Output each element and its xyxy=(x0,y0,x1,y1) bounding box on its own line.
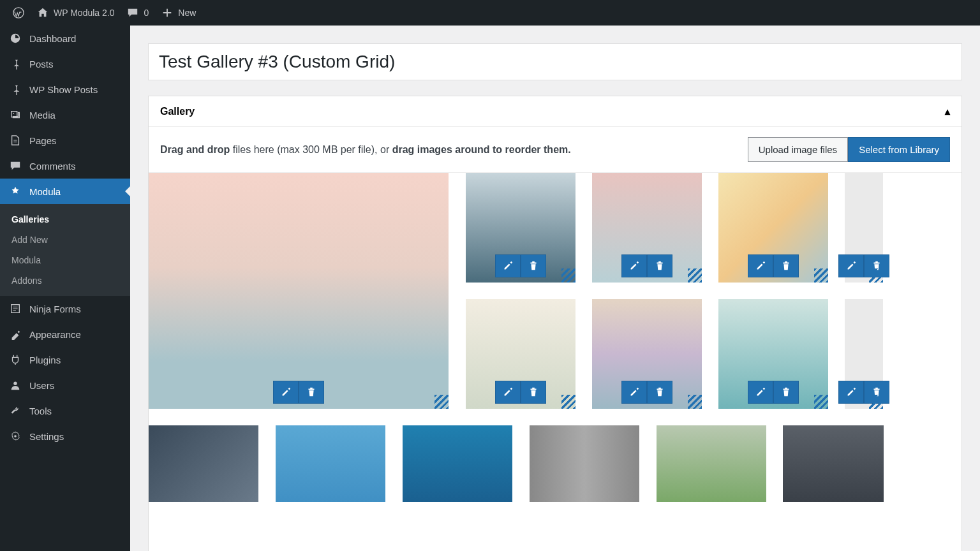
plugin-icon xyxy=(9,353,22,366)
gallery-image[interactable] xyxy=(657,425,766,502)
gallery-image[interactable] xyxy=(149,173,449,409)
edit-image-button[interactable] xyxy=(621,381,647,404)
delete-image-button[interactable] xyxy=(647,381,672,404)
modula-icon xyxy=(9,185,22,198)
sidebar-item-comments[interactable]: Comments xyxy=(0,153,130,179)
sidebar-item-label: Comments xyxy=(29,161,76,172)
edit-image-button[interactable] xyxy=(495,254,521,277)
sidebar-item-ninja-forms[interactable]: Ninja Forms xyxy=(0,296,130,321)
sidebar-item-label: Pages xyxy=(29,135,57,146)
tools-icon xyxy=(9,404,22,417)
gallery-image[interactable] xyxy=(466,173,575,283)
submenu-item-modula-sub[interactable]: Modula xyxy=(0,250,130,270)
user-icon xyxy=(9,379,22,392)
sidebar-item-media[interactable]: Media xyxy=(0,102,130,128)
sidebar-item-wp-show-posts[interactable]: WP Show Posts xyxy=(0,77,130,102)
dashboard-icon xyxy=(9,32,22,45)
sidebar-item-appearance[interactable]: Appearance xyxy=(0,321,130,347)
admin-sidebar: DashboardPostsWP Show PostsMediaPagesCom… xyxy=(0,26,130,551)
new-content[interactable]: New xyxy=(155,7,202,18)
sidebar-item-modula[interactable]: Modula xyxy=(0,179,130,204)
admin-toolbar: WP Modula 2.0 0 New xyxy=(0,0,980,26)
sidebar-item-users[interactable]: Users xyxy=(0,372,130,398)
pin-icon xyxy=(9,57,22,70)
gallery-image[interactable] xyxy=(783,425,884,502)
sidebar-item-posts[interactable]: Posts xyxy=(0,51,130,77)
edit-image-button[interactable] xyxy=(273,381,299,404)
wp-logo[interactable] xyxy=(6,7,31,18)
settings-icon xyxy=(9,430,22,443)
sidebar-item-label: Media xyxy=(29,110,56,121)
resize-handle[interactable] xyxy=(688,268,702,283)
gallery-image[interactable] xyxy=(149,425,258,502)
edit-image-button[interactable] xyxy=(838,254,864,277)
upload-files-button[interactable]: Upload image files xyxy=(748,137,848,162)
svg-point-3 xyxy=(13,382,17,385)
comment-icon xyxy=(9,159,22,172)
edit-image-button[interactable] xyxy=(621,254,647,277)
delete-image-button[interactable] xyxy=(299,381,324,404)
panel-title: Gallery xyxy=(160,106,195,117)
delete-image-button[interactable] xyxy=(773,254,799,277)
sidebar-item-label: Settings xyxy=(29,431,64,442)
submenu-item-add-new[interactable]: Add New xyxy=(0,230,130,250)
media-icon xyxy=(9,108,22,121)
sidebar-item-label: Modula xyxy=(29,186,61,197)
resize-handle[interactable] xyxy=(688,395,702,409)
sidebar-item-label: Ninja Forms xyxy=(29,304,81,314)
gallery-image[interactable] xyxy=(530,425,639,502)
pin-icon xyxy=(9,83,22,96)
edit-image-button[interactable] xyxy=(748,254,773,277)
edit-image-button[interactable] xyxy=(495,381,521,404)
gallery-image[interactable] xyxy=(276,425,385,502)
sidebar-item-pages[interactable]: Pages xyxy=(0,128,130,153)
resize-handle[interactable] xyxy=(561,268,575,283)
resize-handle[interactable] xyxy=(814,395,828,409)
post-title-input[interactable] xyxy=(148,43,962,80)
resize-handle[interactable] xyxy=(869,268,883,283)
svg-point-4 xyxy=(14,435,17,437)
sidebar-item-plugins[interactable]: Plugins xyxy=(0,347,130,372)
delete-image-button[interactable] xyxy=(773,381,799,404)
gallery-grid[interactable] xyxy=(149,173,961,551)
sidebar-item-label: Appearance xyxy=(29,329,81,340)
panel-header[interactable]: Gallery ▴ xyxy=(149,96,961,127)
gallery-image[interactable] xyxy=(845,299,883,409)
page-icon xyxy=(9,134,22,147)
gallery-image[interactable] xyxy=(592,173,702,283)
submenu-item-galleries[interactable]: Galleries xyxy=(0,209,130,230)
resize-handle[interactable] xyxy=(434,395,449,409)
collapse-icon: ▴ xyxy=(945,105,950,117)
edit-image-button[interactable] xyxy=(748,381,773,404)
sidebar-item-label: Tools xyxy=(29,406,52,416)
comments-bubble[interactable]: 0 xyxy=(121,7,155,18)
gallery-image[interactable] xyxy=(592,299,702,409)
sidebar-item-settings[interactable]: Settings xyxy=(0,423,130,449)
site-home[interactable]: WP Modula 2.0 xyxy=(31,7,121,18)
gallery-image[interactable] xyxy=(718,173,828,283)
svg-point-1 xyxy=(13,113,14,114)
gallery-panel: Gallery ▴ Drag and drop files here (max … xyxy=(148,96,962,551)
sidebar-item-label: Dashboard xyxy=(29,33,76,44)
sidebar-item-label: Plugins xyxy=(29,355,61,365)
gallery-image[interactable] xyxy=(466,299,575,409)
appearance-icon xyxy=(9,328,22,341)
comments-count: 0 xyxy=(144,8,149,18)
delete-image-button[interactable] xyxy=(647,254,672,277)
gallery-image[interactable] xyxy=(403,425,512,502)
sidebar-item-label: Posts xyxy=(29,59,54,70)
gallery-image[interactable] xyxy=(845,173,883,283)
resize-handle[interactable] xyxy=(869,395,883,409)
delete-image-button[interactable] xyxy=(521,381,546,404)
sidebar-item-dashboard[interactable]: Dashboard xyxy=(0,26,130,51)
submenu-item-addons[interactable]: Addons xyxy=(0,270,130,291)
upload-row: Drag and drop files here (max 300 MB per… xyxy=(149,127,961,173)
upload-hint: Drag and drop files here (max 300 MB per… xyxy=(160,144,571,156)
resize-handle[interactable] xyxy=(814,268,828,283)
resize-handle[interactable] xyxy=(561,395,575,409)
gallery-image[interactable] xyxy=(718,299,828,409)
sidebar-item-tools[interactable]: Tools xyxy=(0,398,130,423)
delete-image-button[interactable] xyxy=(521,254,546,277)
select-from-library-button[interactable]: Select from Library xyxy=(848,137,950,162)
edit-image-button[interactable] xyxy=(838,381,864,404)
